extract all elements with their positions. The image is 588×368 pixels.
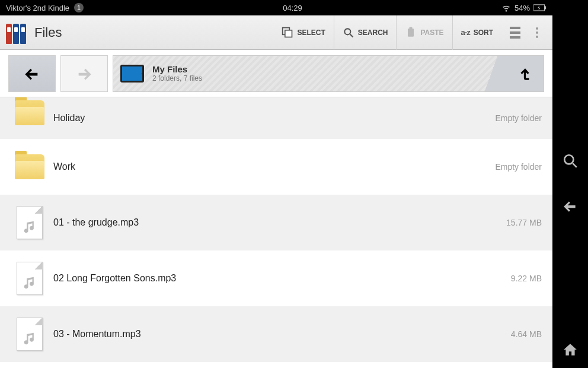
back-icon[interactable] [563, 198, 578, 214]
device-icon [120, 65, 144, 83]
breadcrumb-subtitle: 2 folders, 7 files [152, 74, 202, 83]
list-item[interactable]: Work Empty folder [0, 139, 552, 195]
svg-point-4 [344, 28, 350, 34]
svg-line-5 [350, 34, 353, 37]
folder-icon [15, 100, 44, 125]
audio-file-icon [17, 262, 43, 295]
notification-badge: 1 [74, 3, 84, 12]
nav-up-button[interactable] [507, 56, 544, 92]
status-bar: Viktor's 2nd Kindle 1 04:29 54% [0, 0, 552, 15]
audio-file-icon [17, 206, 43, 239]
item-name: Holiday [53, 113, 495, 123]
battery-percent: 54% [514, 4, 530, 12]
search-icon[interactable] [563, 153, 578, 169]
app-icon [6, 21, 28, 44]
sort-icon: a-z [461, 28, 470, 37]
select-label: SELECT [297, 28, 325, 37]
item-meta: Empty folder [495, 113, 542, 123]
item-meta: 9.22 MB [511, 274, 542, 283]
list-item[interactable]: 02 Long Forgotten Sons.mp3 9.22 MB [0, 250, 552, 306]
app-title: Files [34, 25, 273, 40]
svg-rect-7 [410, 27, 413, 29]
sort-button[interactable]: a-z SORT [452, 15, 501, 50]
svg-point-8 [564, 155, 573, 164]
item-meta: Empty folder [495, 162, 542, 172]
arrow-right-icon [76, 65, 92, 82]
list-item[interactable]: Holiday Empty folder [0, 97, 552, 139]
select-button[interactable]: SELECT [273, 15, 333, 50]
sort-label: SORT [474, 28, 493, 37]
nav-back-button[interactable] [8, 55, 56, 92]
item-name: Work [53, 161, 495, 172]
item-meta: 15.77 MB [506, 218, 542, 227]
folder-icon [15, 154, 44, 179]
paste-icon [405, 27, 417, 39]
view-toggle-button[interactable] [506, 27, 524, 39]
search-button[interactable]: SEARCH [334, 15, 397, 50]
svg-rect-3 [285, 30, 292, 37]
overflow-menu-button[interactable] [528, 27, 547, 38]
search-icon [343, 27, 354, 39]
item-meta: 4.64 MB [511, 329, 542, 339]
list-item[interactable]: 03 - Momentum.mp3 4.64 MB [0, 306, 552, 362]
select-icon [282, 27, 293, 39]
device-name: Viktor's 2nd Kindle [6, 4, 69, 12]
breadcrumb[interactable]: My Files 2 folders, 7 files [113, 55, 544, 92]
arrow-up-icon [517, 66, 533, 82]
battery-charging-icon [533, 4, 547, 12]
paste-label: PASTE [420, 28, 443, 37]
arrow-left-icon [24, 65, 40, 82]
wifi-icon [501, 3, 511, 12]
breadcrumb-title: My Files [152, 64, 202, 74]
app-toolbar: Files SELECT SEARCH PASTE a-z SORT [0, 15, 552, 50]
status-time: 04:29 [84, 4, 501, 12]
item-name: 01 - the grudge.mp3 [53, 217, 506, 228]
system-sidebar [552, 0, 588, 368]
file-list: Holiday Empty folder Work Empty folder 0… [0, 97, 552, 368]
list-item[interactable]: 01 - the grudge.mp3 15.77 MB [0, 195, 552, 250]
svg-rect-1 [545, 6, 547, 9]
item-name: 02 Long Forgotten Sons.mp3 [53, 273, 511, 284]
svg-rect-6 [408, 28, 414, 36]
home-icon[interactable] [563, 342, 578, 357]
item-name: 03 - Momentum.mp3 [53, 329, 511, 340]
nav-forward-button [60, 55, 108, 92]
search-label: SEARCH [358, 28, 388, 37]
paste-button: PASTE [396, 15, 452, 50]
navigation-row: My Files 2 folders, 7 files [0, 50, 552, 97]
audio-file-icon [17, 318, 43, 351]
svg-line-9 [573, 163, 577, 167]
